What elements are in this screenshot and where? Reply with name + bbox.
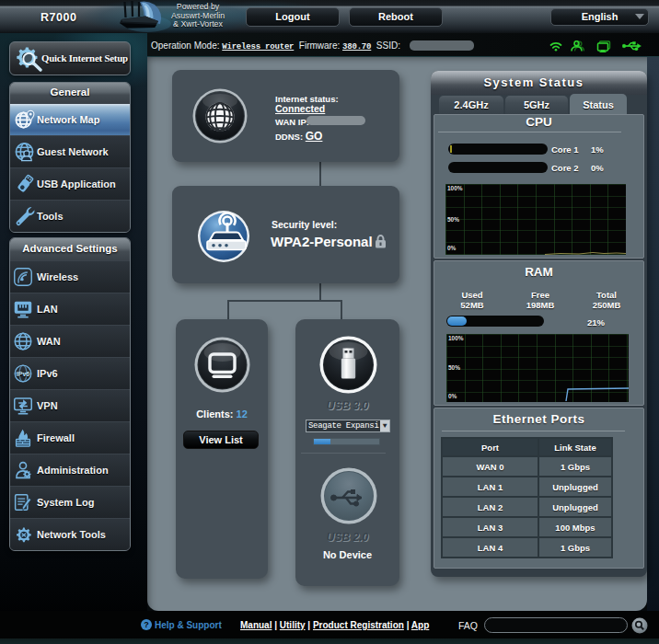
svg-text:IPv6: IPv6 [17, 371, 30, 377]
svg-text:?: ? [144, 620, 149, 629]
